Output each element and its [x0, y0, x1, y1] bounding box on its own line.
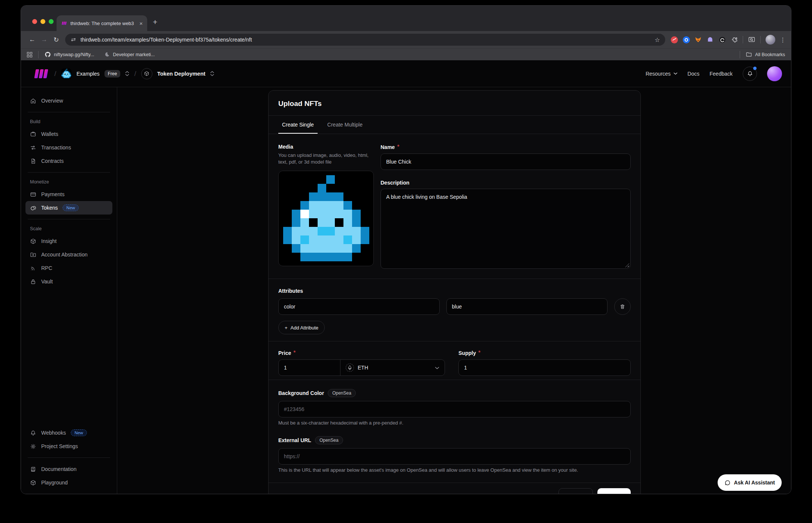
browser-profile-avatar[interactable]	[766, 35, 775, 45]
notifications-button[interactable]	[743, 67, 757, 81]
arrow-right-icon: →	[619, 493, 624, 494]
sidebar-item-transactions[interactable]: Transactions	[25, 141, 112, 154]
sidebar-item-wallets[interactable]: Wallets	[25, 127, 112, 141]
team-name[interactable]: Examples	[76, 71, 99, 77]
browser-window: thirdweb: The complete web3 × + ← → ↻ th…	[21, 5, 791, 494]
project-switcher-icon[interactable]	[210, 71, 214, 76]
external-url-input[interactable]	[278, 448, 631, 465]
sidebar-item-label: Account Abstraction	[41, 252, 88, 258]
currency-select[interactable]: ETH	[340, 360, 445, 375]
gear-icon	[30, 443, 36, 450]
card-tabs: Create Single Create Multiple	[269, 115, 640, 134]
new-tab-button[interactable]: +	[153, 18, 157, 27]
phantom-extension-icon[interactable]	[706, 35, 715, 44]
sidebar-item-overview[interactable]: Overview	[25, 94, 112, 107]
reload-icon[interactable]: ↻	[50, 36, 62, 44]
price-group: ETH	[278, 359, 445, 376]
sidebar-item-payments[interactable]: Payments	[25, 188, 112, 201]
description-textarea[interactable]: A blue chick living on Base Sepolia	[381, 189, 631, 269]
background-color-helper: Must be a six-character hexadecimal with…	[278, 420, 631, 426]
supply-input[interactable]	[458, 359, 631, 376]
extension-icon[interactable]	[670, 35, 679, 44]
extension-icon[interactable]	[718, 35, 727, 44]
zoom-window-button[interactable]	[49, 19, 54, 24]
media-label: Media	[278, 144, 374, 150]
sidebar-item-label: Vault	[41, 279, 53, 285]
transactions-icon	[30, 145, 36, 151]
sidebar-item-vault[interactable]: Vault	[25, 275, 112, 288]
delete-attribute-button[interactable]	[614, 298, 631, 315]
resources-menu[interactable]: Resources	[646, 71, 678, 77]
required-asterisk: *	[397, 144, 399, 150]
project-name[interactable]: Token Deployment	[157, 71, 206, 77]
screen-search-icon[interactable]	[747, 35, 756, 44]
sidebar-item-webhooks[interactable]: Webhooks New	[25, 426, 112, 440]
forward-icon[interactable]: →	[38, 36, 50, 43]
back-button[interactable]: ← Back	[558, 488, 593, 494]
plan-badge: Free	[104, 70, 121, 77]
sidebar-section-title: Scale	[25, 224, 112, 234]
new-badge: New	[71, 429, 87, 436]
next-button[interactable]: Next →	[597, 488, 631, 494]
breadcrumb: / Examples Free / Token Deployment	[32, 68, 214, 79]
external-url-label: External URL	[278, 437, 311, 443]
attribute-name-input[interactable]	[278, 298, 440, 315]
sidebar-section-title: Build	[25, 117, 112, 127]
project-cube-icon	[141, 68, 152, 79]
wallet-icon	[30, 131, 36, 137]
user-avatar[interactable]	[767, 66, 782, 81]
feedback-link[interactable]: Feedback	[710, 71, 733, 77]
all-bookmarks[interactable]: All Bookmarks	[737, 51, 785, 58]
document-icon	[30, 158, 36, 164]
sidebar-item-tokens[interactable]: Tokens New	[25, 201, 112, 215]
sidebar-item-label: Payments	[41, 191, 64, 197]
team-avatar-pixel-art	[61, 69, 71, 79]
background-color-input[interactable]	[278, 401, 631, 417]
extensions-puzzle-icon[interactable]	[730, 35, 739, 44]
price-input[interactable]	[279, 360, 340, 375]
new-badge: New	[63, 204, 79, 211]
back-icon[interactable]: ←	[26, 36, 38, 43]
sidebar-item-contracts[interactable]: Contracts	[25, 154, 112, 168]
price-supply-section: Price* ETH Supply*	[269, 341, 640, 380]
team-switcher-icon[interactable]	[125, 71, 129, 76]
thirdweb-logo[interactable]	[32, 69, 49, 79]
signal-icon	[30, 265, 36, 271]
book-icon	[30, 466, 36, 472]
bookmark-item[interactable]: niftyswap.gg/Nifty...	[45, 51, 94, 58]
attribute-row	[278, 298, 631, 315]
ask-ai-assistant-button[interactable]: Ask AI Assistant	[718, 474, 782, 491]
bookmark-star-icon[interactable]: ☆	[655, 36, 660, 43]
notification-dot	[753, 67, 757, 70]
sidebar-item-account-abstraction[interactable]: Account Abstraction	[25, 248, 112, 261]
browser-tab[interactable]: thirdweb: The complete web3 ×	[57, 15, 147, 31]
sidebar-item-documentation[interactable]: Documentation	[25, 462, 112, 476]
sidebar-item-insight[interactable]: Insight	[25, 234, 112, 248]
url-bar[interactable]: thirdweb.com/team/examples/Token-Deploym…	[65, 34, 665, 46]
extension-icon[interactable]	[682, 35, 691, 44]
site-settings-icon[interactable]	[70, 37, 76, 43]
tab-create-multiple[interactable]: Create Multiple	[324, 116, 366, 134]
minimize-window-button[interactable]	[40, 19, 45, 24]
add-attribute-button[interactable]: + Add Attribute	[278, 321, 325, 334]
tab-close-icon[interactable]: ×	[139, 21, 143, 26]
sidebar-item-label: Project Settings	[41, 443, 78, 449]
sidebar-item-rpc[interactable]: RPC	[25, 261, 112, 275]
docs-link[interactable]: Docs	[688, 71, 700, 77]
media-name-section: Media You can upload image, audio, video…	[269, 134, 640, 279]
apps-grid-icon[interactable]	[27, 52, 32, 57]
media-upload-box[interactable]	[278, 171, 374, 266]
name-input[interactable]	[381, 153, 631, 170]
team-avatar	[61, 69, 72, 79]
sidebar-item-playground[interactable]: Playground	[25, 476, 112, 489]
browser-menu-icon[interactable]: ⋮	[780, 36, 786, 43]
breadcrumb-slash: /	[54, 70, 56, 78]
tab-create-single[interactable]: Create Single	[278, 116, 318, 134]
attribute-value-input[interactable]	[446, 298, 608, 315]
sidebar-item-label: Tokens	[41, 205, 58, 211]
metamask-extension-icon[interactable]	[694, 35, 703, 44]
close-window-button[interactable]	[32, 19, 37, 24]
sidebar-item-project-settings[interactable]: Project Settings	[25, 440, 112, 453]
cube-icon	[30, 480, 36, 486]
bookmark-item[interactable]: Developer marketi...	[104, 52, 155, 57]
